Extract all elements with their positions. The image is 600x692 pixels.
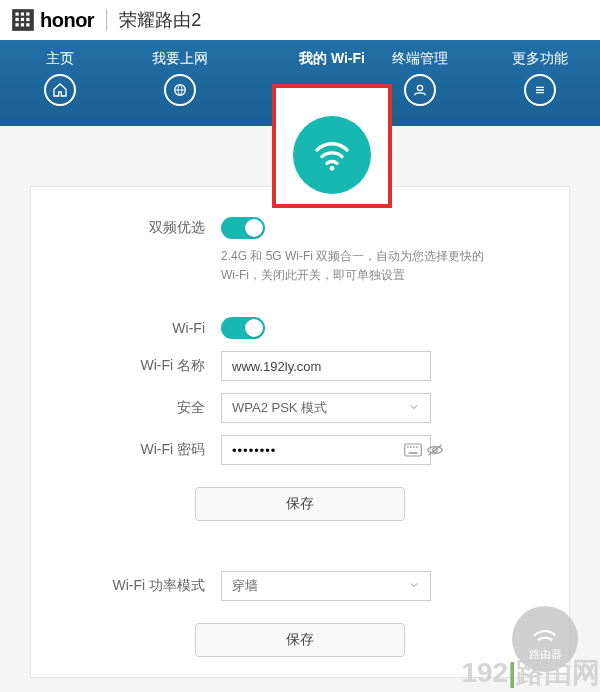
title-bar: honor 荣耀路由2 [0,0,600,40]
brand-text: honor [40,9,94,32]
wifi-toggle[interactable] [221,317,265,339]
home-icon [44,74,76,106]
svg-rect-16 [413,447,415,449]
ssid-input[interactable] [221,351,431,381]
svg-rect-8 [21,23,24,26]
divider [106,9,107,31]
svg-point-12 [330,166,335,171]
svg-rect-2 [21,12,24,15]
nav-internet-label: 我要上网 [152,50,208,68]
svg-rect-13 [405,444,422,456]
nav-wifi-active[interactable] [272,84,392,208]
nav-home[interactable]: 主页 [0,50,120,106]
ssid-label: Wi-Fi 名称 [91,357,221,375]
save-button-2[interactable]: 保存 [195,623,405,657]
chevron-down-icon [408,579,420,594]
svg-rect-3 [15,18,18,21]
password-label: Wi-Fi 密码 [91,441,221,459]
wifi-switch-label: Wi-Fi [91,320,221,336]
svg-rect-17 [416,447,418,449]
product-name: 荣耀路由2 [119,8,201,32]
svg-rect-15 [410,447,412,449]
svg-rect-9 [26,23,29,26]
security-select[interactable]: WPA2 PSK 模式 [221,393,431,423]
svg-rect-6 [26,18,29,21]
security-label: 安全 [91,399,221,417]
nav-more[interactable]: 更多功能 [480,50,600,106]
menu-icon [524,74,556,106]
dual-band-toggle[interactable] [221,217,265,239]
svg-rect-18 [409,453,418,455]
power-mode-label: Wi-Fi 功率模式 [91,577,221,595]
power-mode-select[interactable]: 穿墙 [221,571,431,601]
wifi-icon [293,116,371,194]
nav-home-label: 主页 [46,50,74,68]
nav-more-label: 更多功能 [512,50,568,68]
svg-rect-4 [21,18,24,21]
power-mode-value: 穿墙 [232,577,258,595]
content-area: 双频优选 2.4G 和 5G Wi-Fi 双频合一，自动为您选择更快的 Wi-F… [0,126,600,692]
keyboard-icon[interactable] [404,441,422,459]
nav-clients-label: 终端管理 [392,50,448,68]
security-value: WPA2 PSK 模式 [232,399,327,417]
dual-band-label: 双频优选 [91,219,221,237]
svg-rect-14 [407,447,409,449]
password-input[interactable] [232,443,400,458]
honor-logo-icon [10,7,36,33]
user-icon [404,74,436,106]
svg-rect-5 [26,12,29,15]
eye-off-icon[interactable] [426,441,444,459]
save-button-1[interactable]: 保存 [195,487,405,521]
svg-rect-7 [15,23,18,26]
dual-band-hint2: Wi-Fi，关闭此开关，即可单独设置 [221,266,509,285]
dual-band-hint1: 2.4G 和 5G Wi-Fi 双频合一，自动为您选择更快的 [221,247,509,266]
chevron-down-icon [408,401,420,416]
svg-point-11 [417,85,422,90]
svg-rect-1 [15,12,18,15]
main-nav: 主页 我要上网 x 终端管理 更多功能 我的 Wi-Fi [0,40,600,126]
settings-card: 双频优选 2.4G 和 5G Wi-Fi 双频合一，自动为您选择更快的 Wi-F… [30,186,570,678]
nav-internet[interactable]: 我要上网 [120,50,240,106]
globe-icon [164,74,196,106]
